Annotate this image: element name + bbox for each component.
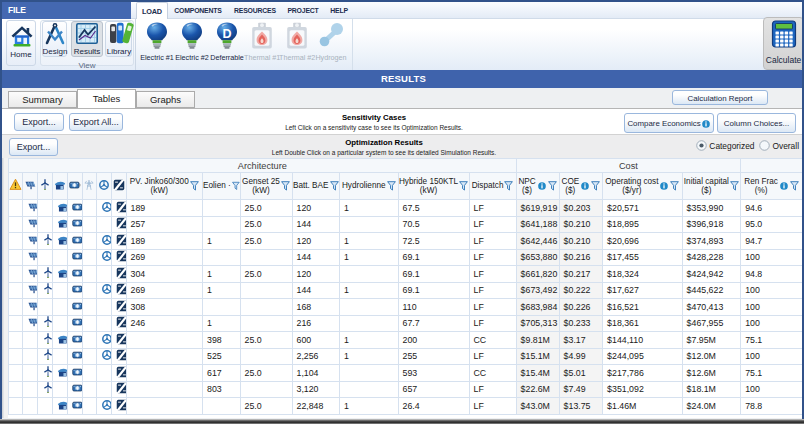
svg-text:D: D <box>222 27 231 41</box>
